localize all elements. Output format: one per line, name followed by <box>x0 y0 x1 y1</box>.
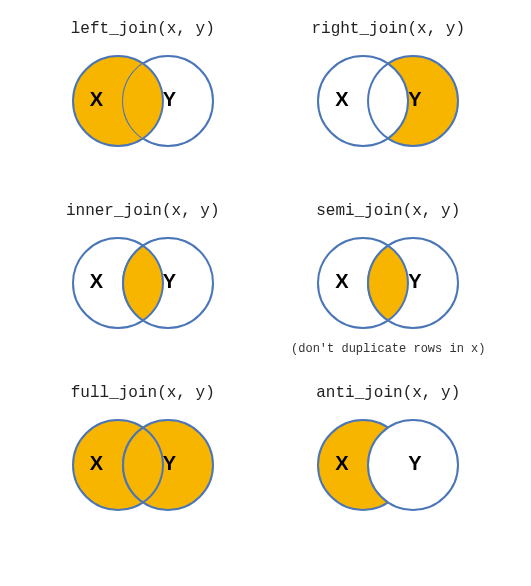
title-left-join: left_join(x, y) <box>71 20 215 38</box>
label-x-left-join: X <box>90 88 103 111</box>
label-y-left-join: Y <box>163 88 176 111</box>
title-inner-join: inner_join(x, y) <box>66 202 220 220</box>
label-x-semi-join: X <box>335 270 348 293</box>
label-x-right-join: X <box>335 88 348 111</box>
cell-left-join: left_join(x, y) X Y <box>20 20 266 202</box>
label-y-semi-join: Y <box>408 270 421 293</box>
title-right-join: right_join(x, y) <box>311 20 465 38</box>
footnote-semi-join: (don't duplicate rows in x) <box>291 342 485 356</box>
venn-svg-semi-join <box>303 228 473 338</box>
cell-full-join: full_join(x, y) X Y <box>20 384 266 566</box>
label-x-anti-join: X <box>335 452 348 475</box>
cell-right-join: right_join(x, y) X Y <box>266 20 512 202</box>
cell-semi-join: semi_join(x, y) X Y (don't duplicate row… <box>266 202 512 384</box>
label-y-full-join: Y <box>163 452 176 475</box>
label-y-anti-join: Y <box>408 452 421 475</box>
venn-svg-anti-join <box>303 410 473 520</box>
venn-inner-join: X Y <box>58 228 228 338</box>
title-anti-join: anti_join(x, y) <box>316 384 460 402</box>
venn-right-join: X Y <box>303 46 473 156</box>
label-y-right-join: Y <box>408 88 421 111</box>
venn-svg-left-join <box>58 46 228 156</box>
venn-svg-full-join <box>58 410 228 520</box>
venn-left-join: X Y <box>58 46 228 156</box>
venn-svg-right-join <box>303 46 473 156</box>
label-x-inner-join: X <box>90 270 103 293</box>
venn-full-join: X Y <box>58 410 228 520</box>
cell-inner-join: inner_join(x, y) X Y <box>20 202 266 384</box>
venn-semi-join: X Y <box>303 228 473 338</box>
cell-anti-join: anti_join(x, y) X Y <box>266 384 512 566</box>
svg-point-3 <box>318 56 408 146</box>
label-y-inner-join: Y <box>163 270 176 293</box>
title-full-join: full_join(x, y) <box>71 384 215 402</box>
label-x-full-join: X <box>90 452 103 475</box>
join-diagram-grid: left_join(x, y) X Y right_join(x, y) X Y <box>0 0 531 586</box>
venn-anti-join: X Y <box>303 410 473 520</box>
title-semi-join: semi_join(x, y) <box>316 202 460 220</box>
venn-svg-inner-join <box>58 228 228 338</box>
